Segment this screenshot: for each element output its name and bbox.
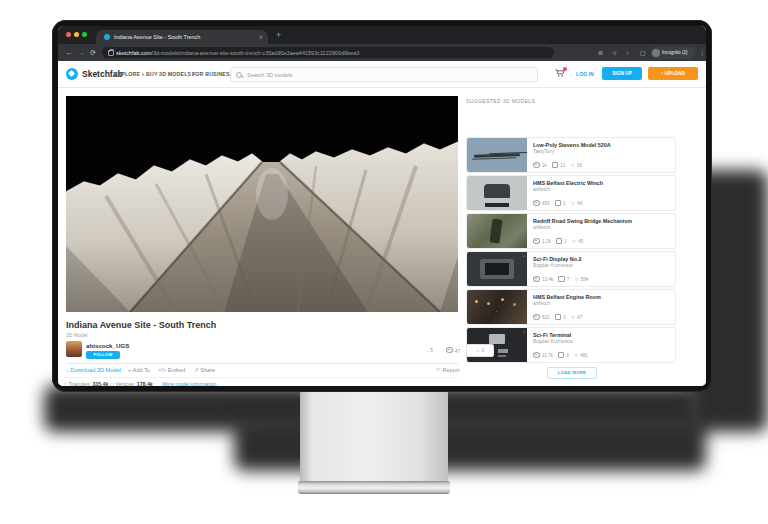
- browser-toolbar: ← → ⟳ sketchfab.com/3d-models/indiana-av…: [58, 44, 706, 61]
- suggested-card[interactable]: ↓ Sci-Fi Terminal Bogdan Kuznetsov 11.7k…: [466, 327, 676, 363]
- browser-tab-strip: Indiana Avenue Site - South Trench ✕ +: [58, 26, 706, 44]
- flag-icon: ⚐: [436, 367, 441, 373]
- address-bar[interactable]: sketchfab.com/3d-models/indiana-avenue-s…: [102, 47, 554, 58]
- window-close-button[interactable]: [66, 32, 71, 37]
- comments-icon: [555, 314, 561, 319]
- search-icon: [236, 72, 242, 78]
- suggested-title[interactable]: HMS Belfast Electric Winch: [533, 180, 671, 186]
- suggested-stats: 1k 12 ☆36: [533, 162, 582, 168]
- browser-tab[interactable]: Indiana Avenue Site - South Trench ✕: [96, 30, 268, 44]
- comments-icon: [552, 162, 558, 167]
- triangle-icon: △: [63, 381, 67, 386]
- sketchfab-header: Sketchfab EXPLORE ▾ BUY 3D MODELS ▾ FOR …: [58, 61, 706, 88]
- author-name[interactable]: ahiscock_UGS: [86, 342, 129, 349]
- like-button[interactable]: ☆ 0: [466, 344, 494, 357]
- sketchfab-favicon-icon: [104, 34, 110, 40]
- nav-explore[interactable]: EXPLORE ▾: [114, 71, 144, 77]
- monitor-stand-foot: [298, 481, 450, 494]
- suggested-card[interactable]: HMS Belfast Engine Room artfletch 822 3 …: [466, 289, 676, 325]
- likes-icon: ☆: [574, 352, 578, 358]
- embed-button[interactable]: </> Embed: [158, 367, 185, 373]
- model-thumbnail[interactable]: ↓: [467, 252, 527, 286]
- follow-button[interactable]: FOLLOW: [86, 351, 120, 359]
- incognito-avatar: [652, 49, 660, 57]
- side-panel-icon[interactable]: ▢: [640, 49, 646, 56]
- suggested-author[interactable]: Bogdan Kuznetsov: [533, 263, 573, 268]
- add-to-button[interactable]: + Add To: [128, 367, 150, 373]
- likes-icon: ☆: [572, 238, 576, 244]
- author-avatar[interactable]: [66, 341, 82, 357]
- upload-button[interactable]: ↑ UPLOAD: [648, 67, 698, 80]
- login-link[interactable]: LOG IN: [576, 71, 594, 77]
- model-viewer-canvas[interactable]: [66, 96, 458, 312]
- search-box[interactable]: [230, 67, 538, 82]
- cart-icon[interactable]: [555, 69, 565, 77]
- embed-icon: </>: [158, 367, 166, 373]
- vertex-icon: ◇: [110, 381, 114, 386]
- suggested-card[interactable]: HMS Belfast Electric Winch artfletch 459…: [466, 175, 676, 211]
- suggested-author[interactable]: Bogdan Kuznetsov: [533, 339, 573, 344]
- model-page-title: Indiana Avenue Site - South Trench: [66, 320, 216, 330]
- menu-kebab-icon[interactable]: ⋮: [699, 49, 705, 56]
- views-icon: [533, 200, 540, 206]
- search-input[interactable]: [245, 69, 529, 80]
- suggested-author[interactable]: artfletch: [533, 301, 550, 306]
- suggested-author[interactable]: artfletch: [533, 187, 550, 192]
- incognito-label: Incognito (2): [662, 50, 688, 55]
- trench-model-render: [66, 96, 458, 312]
- suggested-title[interactable]: Sci-Fi Display No.2: [533, 256, 671, 262]
- suggested-title[interactable]: Redriff Road Swing Bridge Mechanism: [533, 218, 671, 224]
- share-button[interactable]: ↗ Share: [194, 367, 215, 373]
- model-type-label: 3D Model: [66, 332, 87, 338]
- suggested-card[interactable]: Redriff Road Swing Bridge Mechanism artf…: [466, 213, 676, 249]
- bookmark-star-icon[interactable]: ☆: [612, 49, 617, 56]
- nav-buy-3d-models[interactable]: BUY 3D MODELS ▾: [146, 71, 195, 77]
- suggested-card[interactable]: ↓ Sci-Fi Display No.2 Bogdan Kuznetsov 1…: [466, 251, 676, 287]
- sketchfab-page: Sketchfab EXPLORE ▾ BUY 3D MODELS ▾ FOR …: [58, 61, 706, 386]
- downloadable-icon: ↓: [523, 253, 525, 258]
- vertices-stat: ◇ Vertices: 178.4k: [110, 381, 153, 386]
- likes-icon: ☆: [574, 276, 578, 282]
- new-tab-button[interactable]: +: [276, 30, 281, 40]
- model-thumbnail[interactable]: ↓: [467, 138, 527, 172]
- download-model-link[interactable]: ↓ Download 3D Model: [66, 367, 121, 373]
- lock-icon: [108, 50, 114, 56]
- model-thumbnail[interactable]: [467, 214, 527, 248]
- plus-icon: +: [128, 367, 131, 373]
- suggested-card[interactable]: ↓ Low-Poly Stevens Model 520A TastyTony …: [466, 137, 676, 173]
- url-path: /3d-models/indiana-avenue-site-south-tre…: [151, 50, 359, 56]
- suggested-stats: 459 1 ☆48: [533, 200, 582, 206]
- views-icon: [446, 347, 453, 353]
- sketchfab-logo-icon[interactable]: [66, 68, 78, 80]
- window-zoom-button[interactable]: [82, 32, 87, 37]
- views-icon: [533, 314, 540, 320]
- profile-chip[interactable]: Incognito (2): [650, 47, 696, 59]
- url-text: sketchfab.com/3d-models/indiana-avenue-s…: [116, 50, 359, 56]
- model-thumbnail[interactable]: [467, 176, 527, 210]
- reload-icon[interactable]: ⟳: [90, 48, 96, 57]
- views-icon: [533, 352, 540, 358]
- view-count: 47: [446, 347, 460, 354]
- report-button[interactable]: ⚐ Report: [436, 367, 459, 373]
- url-domain: sketchfab.com: [116, 50, 151, 56]
- tab-close-icon[interactable]: ✕: [259, 34, 263, 40]
- suggested-author[interactable]: artfletch: [533, 225, 550, 230]
- load-more-button[interactable]: LOAD MORE: [547, 367, 597, 379]
- extensions-icon[interactable]: ⊘: [598, 49, 603, 56]
- downloadable-icon: ↓: [523, 139, 525, 144]
- model-thumbnail[interactable]: [467, 290, 527, 324]
- suggested-stats: 1.2k 1 ☆45: [533, 238, 583, 244]
- suggested-title[interactable]: Low-Poly Stevens Model 520A: [533, 142, 671, 148]
- back-icon[interactable]: ←: [66, 48, 73, 57]
- signup-button[interactable]: SIGN UP: [602, 67, 642, 80]
- divider: [66, 363, 458, 364]
- suggested-author[interactable]: TastyTony: [533, 149, 554, 154]
- more-model-info-link[interactable]: More model information: [162, 381, 217, 386]
- window-minimize-button[interactable]: [74, 32, 79, 37]
- comments-icon: [555, 200, 561, 205]
- downloads-icon[interactable]: ↓: [626, 49, 629, 55]
- suggested-title[interactable]: HMS Belfast Engine Room: [533, 294, 671, 300]
- likes-icon: ☆: [570, 162, 574, 168]
- suggested-title[interactable]: Sci-Fi Terminal: [533, 332, 671, 338]
- forward-icon[interactable]: →: [78, 48, 85, 57]
